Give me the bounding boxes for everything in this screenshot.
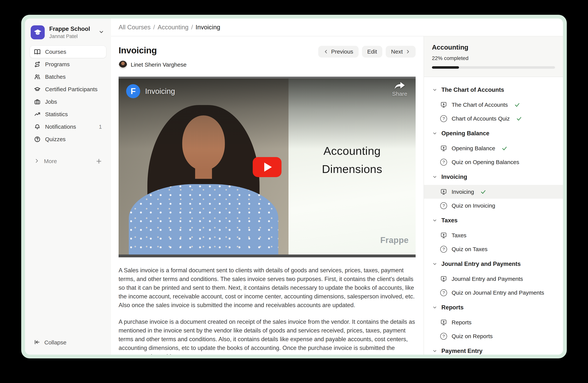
sidebar-more[interactable]: More bbox=[30, 155, 106, 167]
video-lesson-icon bbox=[440, 189, 447, 195]
sidebar-item-statistics[interactable]: Statistics bbox=[30, 108, 106, 120]
outline-section-payment-entry[interactable]: Payment Entry bbox=[424, 343, 563, 355]
chevron-down-icon bbox=[432, 131, 437, 136]
sidebar-item-quizzes[interactable]: Quizzes bbox=[30, 133, 106, 145]
frappe-wordmark: Frappe bbox=[380, 235, 409, 245]
course-outline-panel: Accounting 22% completed The Chart of Ac… bbox=[423, 36, 563, 355]
outline-section-taxes[interactable]: Taxes bbox=[424, 212, 563, 229]
sidebar-item-label: Notifications bbox=[45, 124, 76, 130]
video-progress-bar[interactable] bbox=[119, 254, 416, 257]
progress-track bbox=[432, 66, 555, 69]
course-progress-header: Accounting 22% completed bbox=[424, 36, 563, 77]
outline-lesson-active[interactable]: Invoicing bbox=[424, 185, 563, 199]
chevron-right-icon bbox=[405, 49, 410, 54]
chevron-right-icon bbox=[34, 158, 39, 164]
sidebar-item-batches[interactable]: Batches bbox=[30, 71, 106, 83]
outline-section-chart-of-accounts[interactable]: The Chart of Accounts bbox=[424, 82, 563, 98]
sidebar-item-jobs[interactable]: Jobs bbox=[30, 96, 106, 108]
outline-section-opening-balance[interactable]: Opening Balance bbox=[424, 125, 563, 141]
sidebar-item-programs[interactable]: Programs bbox=[30, 58, 106, 70]
collapse-left-icon bbox=[34, 339, 40, 346]
outline-lesson[interactable]: Opening Balance bbox=[424, 141, 563, 155]
outline-section-invoicing[interactable]: Invoicing bbox=[424, 169, 563, 185]
previous-button[interactable]: Previous bbox=[318, 46, 358, 57]
video-lesson-icon bbox=[440, 145, 447, 152]
breadcrumb: All Courses / Accounting / Invoicing bbox=[119, 24, 220, 31]
workspace-switcher[interactable]: Frappe School Jannat Patel bbox=[30, 19, 106, 46]
lesson-paragraph: A Sales invoice is a formal document sen… bbox=[119, 266, 416, 309]
outline-quiz[interactable]: ? Quiz on Opening Balances bbox=[424, 155, 563, 169]
app-window-frame: Frappe School Jannat Patel Courses Progr… bbox=[21, 15, 567, 358]
course-outline: The Chart of Accounts The Chart of Accou… bbox=[424, 77, 563, 355]
edit-button[interactable]: Edit bbox=[362, 46, 382, 57]
completed-check-icon bbox=[480, 189, 486, 195]
sidebar-item-certified-participants[interactable]: Certified Participants bbox=[30, 83, 106, 95]
author-row: Linet Sherin Varghese bbox=[119, 60, 187, 69]
breadcrumb-all-courses[interactable]: All Courses bbox=[119, 24, 151, 31]
chevron-down-icon bbox=[432, 218, 437, 223]
bell-icon bbox=[34, 124, 41, 130]
outline-section-journal-entry[interactable]: Journal Entry and Payments bbox=[424, 256, 563, 272]
chevron-down-icon bbox=[432, 87, 437, 92]
breadcrumb-separator: / bbox=[191, 24, 193, 31]
route-icon bbox=[34, 61, 41, 68]
author-name: Linet Sherin Varghese bbox=[131, 61, 187, 68]
outline-lesson[interactable]: Journal Entry and Payments bbox=[424, 272, 563, 286]
video-title[interactable]: Invoicing bbox=[145, 87, 175, 96]
chevron-down-icon bbox=[432, 348, 437, 353]
outline-quiz[interactable]: ? Quiz on Invoicing bbox=[424, 199, 563, 212]
sidebar-more-label: More bbox=[44, 158, 57, 164]
channel-avatar[interactable]: F bbox=[126, 84, 140, 98]
completed-check-icon bbox=[514, 102, 520, 108]
sidebar-item-label: Statistics bbox=[45, 111, 68, 117]
next-button-label: Next bbox=[391, 48, 403, 55]
outline-lesson[interactable]: Taxes bbox=[424, 229, 563, 242]
breadcrumb-separator: / bbox=[153, 24, 155, 31]
sidebar-item-label: Programs bbox=[45, 61, 70, 68]
sidebar-item-courses[interactable]: Courses bbox=[30, 46, 106, 58]
video-title-overlay: F Invoicing bbox=[126, 84, 175, 98]
video-lesson-icon bbox=[440, 232, 447, 239]
breadcrumb-current: Invoicing bbox=[195, 24, 220, 31]
help-circle-icon bbox=[34, 136, 41, 142]
video-lesson-icon bbox=[440, 101, 447, 108]
outline-lesson[interactable]: The Chart of Accounts bbox=[424, 98, 563, 112]
play-icon bbox=[264, 163, 272, 172]
next-button[interactable]: Next bbox=[386, 46, 416, 57]
briefcase-icon bbox=[34, 99, 41, 105]
play-button[interactable] bbox=[253, 157, 281, 177]
author-avatar bbox=[119, 60, 127, 69]
share-button[interactable]: Share bbox=[392, 81, 407, 97]
quiz-icon: ? bbox=[440, 246, 447, 253]
video-lesson-icon bbox=[440, 319, 447, 326]
app-window: Frappe School Jannat Patel Courses Progr… bbox=[25, 19, 563, 355]
completed-check-icon bbox=[502, 146, 507, 151]
outline-quiz[interactable]: ? Quiz on Journal Entry and Payments bbox=[424, 286, 563, 300]
outline-lesson[interactable]: Reports bbox=[424, 315, 563, 329]
lesson-main: Invoicing Linet Sherin Varghese Previous bbox=[111, 36, 423, 355]
outline-section-reports[interactable]: Reports bbox=[424, 300, 563, 315]
sidebar-item-label: Certified Participants bbox=[45, 86, 98, 93]
video-player[interactable]: Accounting Dimensions Frappe F Invoicing… bbox=[119, 77, 416, 257]
sidebar-item-label: Courses bbox=[45, 49, 66, 55]
sidebar-item-notifications[interactable]: Notifications 1 bbox=[30, 121, 106, 133]
frappe-school-logo bbox=[31, 25, 45, 39]
breadcrumb-accounting[interactable]: Accounting bbox=[158, 24, 189, 31]
outline-quiz[interactable]: ? Chart of Accounts Quiz bbox=[424, 112, 563, 125]
chevron-down-icon bbox=[99, 29, 104, 36]
presenter-shirt bbox=[129, 184, 278, 254]
sidebar-collapse-button[interactable]: Collapse bbox=[30, 333, 106, 355]
edit-button-label: Edit bbox=[367, 48, 377, 55]
users-icon bbox=[34, 74, 41, 80]
outline-quiz[interactable]: ? Quiz on Reports bbox=[424, 329, 563, 343]
workspace-title: Frappe School bbox=[49, 26, 94, 32]
sidebar-item-label: Quizzes bbox=[45, 136, 65, 142]
outline-quiz[interactable]: ? Quiz on Taxes bbox=[424, 242, 563, 256]
add-icon[interactable] bbox=[96, 158, 102, 164]
quiz-icon: ? bbox=[440, 289, 447, 296]
collapse-label: Collapse bbox=[44, 339, 66, 346]
completed-check-icon bbox=[516, 116, 522, 121]
lesson-paragraph: A purchase invoice is a document created… bbox=[119, 318, 416, 355]
quiz-icon: ? bbox=[440, 333, 447, 340]
sidebar-item-label: Jobs bbox=[45, 99, 57, 105]
